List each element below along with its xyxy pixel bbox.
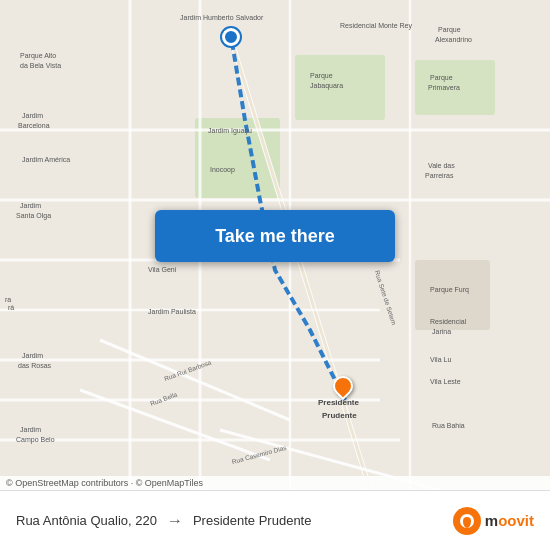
svg-text:Jardim: Jardim <box>22 112 43 119</box>
moovit-logo: moovit <box>453 507 534 535</box>
origin-pin <box>222 28 240 46</box>
svg-text:Jardim Paulista: Jardim Paulista <box>148 308 196 315</box>
destination-pin <box>333 376 353 396</box>
svg-text:Parque Alto: Parque Alto <box>20 52 56 60</box>
svg-text:Inocoop: Inocoop <box>210 166 235 174</box>
svg-text:Prudente: Prudente <box>322 411 357 420</box>
svg-text:Jardim América: Jardim América <box>22 156 70 163</box>
svg-text:Vila Leste: Vila Leste <box>430 378 461 385</box>
svg-text:Parque: Parque <box>430 74 453 82</box>
svg-text:Campo Belo: Campo Belo <box>16 436 55 444</box>
svg-text:ra: ra <box>5 296 11 303</box>
bottom-bar: Rua Antônia Qualio, 220 → Presidente Pru… <box>0 490 550 550</box>
svg-text:Santa Olga: Santa Olga <box>16 212 51 220</box>
svg-text:Barcelona: Barcelona <box>18 122 50 129</box>
svg-text:Residencial Monte Rey: Residencial Monte Rey <box>340 22 412 30</box>
route-info: Rua Antônia Qualio, 220 → Presidente Pru… <box>16 512 453 530</box>
moovit-brand-text: moovit <box>485 512 534 529</box>
svg-text:Jardim Humberto Salvador: Jardim Humberto Salvador <box>180 14 264 21</box>
svg-text:Jarina: Jarina <box>432 328 451 335</box>
svg-text:Rua Bahia: Rua Bahia <box>432 422 465 429</box>
svg-text:Alexandrino: Alexandrino <box>435 36 472 43</box>
svg-text:Jardim: Jardim <box>22 352 43 359</box>
svg-text:Parque Furq: Parque Furq <box>430 286 469 294</box>
svg-text:rá: rá <box>8 304 14 311</box>
moovit-icon <box>453 507 481 535</box>
svg-text:Rua Casemiro Dias: Rua Casemiro Dias <box>231 444 288 466</box>
svg-text:Jardim Iguaçu: Jardim Iguaçu <box>208 127 252 135</box>
svg-text:Parque: Parque <box>310 72 333 80</box>
svg-text:Jabaquara: Jabaquara <box>310 82 343 90</box>
svg-text:Primavera: Primavera <box>428 84 460 91</box>
map-container: Jardim Humberto Salvador Residencial Mon… <box>0 0 550 490</box>
svg-text:Vila Geni: Vila Geni <box>148 266 177 273</box>
svg-text:Presidente: Presidente <box>318 398 359 407</box>
svg-text:Parque: Parque <box>438 26 461 34</box>
route-arrow-icon: → <box>167 512 183 530</box>
svg-text:Parreiras: Parreiras <box>425 172 454 179</box>
route-origin: Rua Antônia Qualio, 220 <box>16 513 157 528</box>
svg-text:Jardim: Jardim <box>20 426 41 433</box>
svg-text:Vale das: Vale das <box>428 162 455 169</box>
svg-text:das Rosas: das Rosas <box>18 362 52 369</box>
svg-text:Vila Lu: Vila Lu <box>430 356 451 363</box>
svg-text:Jardim: Jardim <box>20 202 41 209</box>
route-destination: Presidente Prudente <box>193 513 312 528</box>
moovit-icon-inner <box>460 514 474 528</box>
svg-text:da Bela Vista: da Bela Vista <box>20 62 61 69</box>
map-attribution: © OpenStreetMap contributors · © OpenMap… <box>0 476 550 490</box>
svg-text:Residencial: Residencial <box>430 318 467 325</box>
take-me-there-button[interactable]: Take me there <box>155 210 395 262</box>
svg-text:Rua Sete de Setem: Rua Sete de Setem <box>374 269 398 325</box>
